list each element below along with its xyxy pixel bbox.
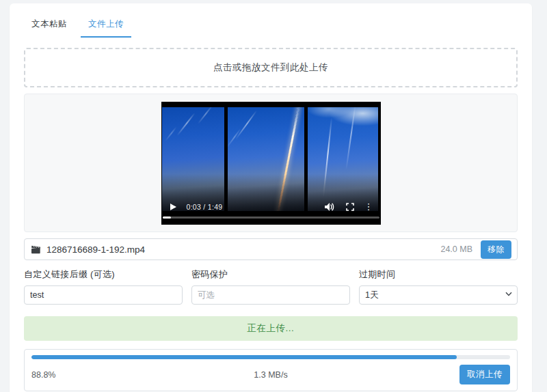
fullscreen-icon[interactable] xyxy=(346,203,354,211)
upload-card: 文本粘贴 文件上传 点击或拖放文件到此处上传 0:03 / 1:49 xyxy=(10,3,532,392)
upload-status-banner: 正在上传... xyxy=(24,316,518,341)
file-size: 24.0 MB xyxy=(440,244,472,254)
video-frame-panel-left xyxy=(162,107,224,211)
progress-bar-track xyxy=(31,355,510,359)
field-link-suffix: 自定义链接后缀 (可选) xyxy=(24,268,183,305)
tab-text-paste[interactable]: 文本粘贴 xyxy=(24,13,75,38)
video-player[interactable]: 0:03 / 1:49 ⋮ xyxy=(161,102,381,225)
link-suffix-input[interactable] xyxy=(24,285,183,305)
field-password: 密码保护 xyxy=(191,268,350,305)
more-options-icon[interactable]: ⋮ xyxy=(364,202,373,211)
cancel-upload-button[interactable]: 取消上传 xyxy=(459,365,510,384)
progress-percent: 88.8% xyxy=(31,370,254,380)
film-icon xyxy=(31,245,41,254)
options-form: 自定义链接后缀 (可选) 密码保护 过期时间 1天 xyxy=(24,268,518,305)
dropzone-text: 点击或拖放文件到此处上传 xyxy=(213,61,328,74)
tab-file-upload[interactable]: 文件上传 xyxy=(81,13,131,38)
file-name: 1286716689-1-192.mp4 xyxy=(46,244,145,255)
video-frame-panel-right xyxy=(308,107,378,211)
password-label: 密码保护 xyxy=(191,268,350,281)
video-seekbar-fill xyxy=(163,216,172,219)
expiry-select[interactable]: 1天 xyxy=(359,285,518,305)
remove-file-button[interactable]: 移除 xyxy=(481,240,511,259)
field-expiry: 过期时间 1天 xyxy=(359,268,518,305)
upload-speed: 1.3 MB/s xyxy=(254,370,287,380)
expiry-label: 过期时间 xyxy=(359,268,518,281)
file-dropzone[interactable]: 点击或拖放文件到此处上传 xyxy=(24,48,518,87)
video-time: 0:03 / 1:49 xyxy=(187,203,223,211)
progress-bar-fill xyxy=(31,355,457,359)
video-frame-panel-center xyxy=(228,107,304,211)
link-suffix-label: 自定义链接后缀 (可选) xyxy=(24,268,183,281)
upload-status-text: 正在上传... xyxy=(248,323,295,333)
video-frame xyxy=(162,107,378,211)
video-controls: 0:03 / 1:49 ⋮ xyxy=(170,201,373,212)
upload-progress-panel: 88.8% 1.3 MB/s 取消上传 xyxy=(24,349,518,391)
password-input[interactable] xyxy=(191,285,350,305)
file-row: 1286716689-1-192.mp4 24.0 MB 移除 xyxy=(24,238,518,260)
volume-icon[interactable] xyxy=(325,203,334,211)
play-icon[interactable] xyxy=(170,204,176,210)
tab-bar: 文本粘贴 文件上传 xyxy=(24,13,518,38)
video-seekbar[interactable] xyxy=(163,216,379,219)
video-preview-container: 0:03 / 1:49 ⋮ xyxy=(24,94,518,232)
